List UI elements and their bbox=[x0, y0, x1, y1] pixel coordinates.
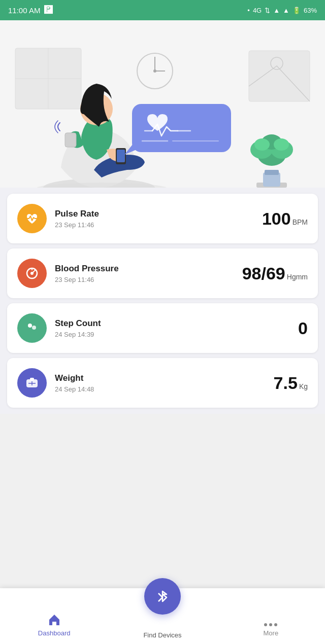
svg-point-39 bbox=[269, 623, 272, 626]
bluetooth-button[interactable] bbox=[144, 578, 181, 615]
weight-icon bbox=[17, 368, 47, 398]
blood-pressure-card[interactable]: Blood Pressure 23 Sep 11:46 98/69Hgmm bbox=[7, 248, 318, 298]
step-count-time: 24 Sep 14:39 bbox=[55, 331, 101, 338]
pulse-rate-icon bbox=[17, 204, 47, 233]
nav-more[interactable]: More bbox=[217, 588, 325, 644]
blood-pressure-time: 23 Sep 11:46 bbox=[55, 276, 119, 283]
dot-indicator: • bbox=[247, 7, 250, 14]
health-cards-container: Pulse Rate 23 Sep 11:46 100BPM Blood Pre… bbox=[0, 188, 325, 414]
blood-pressure-value: 98/69Hgmm bbox=[242, 264, 308, 283]
bottom-navigation: Dashboard Find Devices More bbox=[0, 588, 325, 644]
nav-dashboard[interactable]: Dashboard bbox=[0, 588, 108, 644]
status-bar: 11:00 AM 🅿 • 4G ⇅ ▲ ▲ 🔋 63% bbox=[0, 0, 325, 20]
svg-point-27 bbox=[254, 138, 270, 151]
signal-4g: 4G bbox=[253, 7, 262, 14]
dashboard-label: Dashboard bbox=[38, 629, 71, 637]
find-devices-label: Find Devices bbox=[143, 631, 181, 639]
more-label: More bbox=[264, 629, 279, 637]
svg-point-33 bbox=[32, 326, 36, 330]
step-count-label: Step Count bbox=[55, 318, 101, 329]
svg-rect-35 bbox=[30, 378, 34, 381]
weight-label: Weight bbox=[55, 373, 94, 383]
svg-point-40 bbox=[274, 623, 277, 626]
battery-percent: 63% bbox=[304, 7, 317, 14]
pulse-rate-label: Pulse Rate bbox=[55, 209, 99, 219]
hero-illustration bbox=[0, 20, 325, 188]
weight-value: 7.5Kg bbox=[274, 373, 308, 393]
pulse-rate-time: 23 Sep 11:46 bbox=[55, 221, 99, 229]
weight-card[interactable]: Weight 24 Sep 14:48 7.5Kg bbox=[7, 358, 318, 408]
battery-icon: 🔋 bbox=[292, 7, 301, 14]
nav-find-devices[interactable]: Find Devices bbox=[108, 588, 216, 644]
svg-rect-22 bbox=[265, 170, 279, 175]
svg-point-28 bbox=[274, 138, 289, 151]
parking-icon: 🅿 bbox=[44, 5, 53, 15]
step-count-icon bbox=[17, 313, 47, 343]
wifi-icon: ▲ bbox=[273, 7, 280, 14]
pulse-rate-card[interactable]: Pulse Rate 23 Sep 11:46 100BPM bbox=[7, 194, 318, 243]
step-count-card[interactable]: Step Count 24 Sep 14:39 0 bbox=[7, 303, 318, 353]
pulse-rate-value: 100BPM bbox=[262, 209, 308, 229]
blood-pressure-label: Blood Pressure bbox=[55, 264, 119, 274]
svg-rect-13 bbox=[117, 150, 125, 162]
svg-rect-11 bbox=[65, 133, 76, 147]
step-count-value: 0 bbox=[298, 318, 308, 338]
blood-pressure-icon bbox=[17, 259, 47, 288]
svg-point-32 bbox=[28, 324, 32, 328]
svg-rect-8 bbox=[249, 51, 310, 101]
svg-rect-15 bbox=[132, 104, 231, 152]
svg-point-38 bbox=[264, 623, 267, 626]
status-time: 11:00 AM bbox=[8, 6, 40, 15]
weight-time: 24 Sep 14:48 bbox=[55, 385, 94, 393]
signal-arrows: ⇅ bbox=[265, 7, 270, 14]
signal-bars: ▲ bbox=[283, 7, 289, 14]
